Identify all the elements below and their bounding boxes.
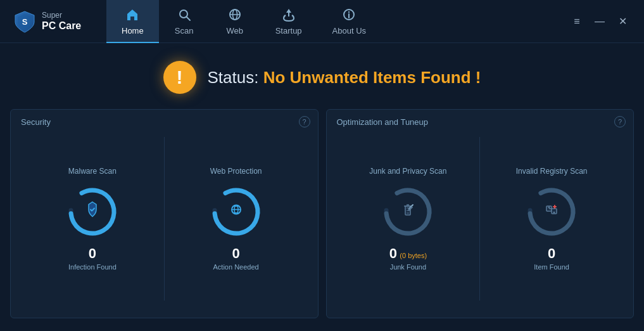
svg-point-1	[180, 10, 187, 18]
status-banner: ! Status: No Unwanted Items Found !	[0, 43, 644, 109]
registry-icon	[543, 201, 560, 223]
web-protection-icon	[227, 201, 245, 223]
web-label: Action Needed	[213, 263, 259, 271]
security-card: Security ? Malware Scan	[10, 109, 319, 318]
optimization-title: Optimization and Tuneup	[337, 117, 624, 127]
junk-bytes: (0 bytes)	[400, 252, 427, 259]
tab-home-label: Home	[122, 26, 144, 36]
scan-icon	[177, 8, 191, 23]
tab-scan-label: Scan	[175, 26, 194, 36]
logo-area: S Super PC Care	[5, 10, 106, 34]
registry-label: Item Found	[534, 263, 569, 271]
tab-scan[interactable]: Scan	[159, 0, 210, 43]
about-icon	[342, 8, 356, 23]
registry-scan-title: Invalid Registry Scan	[516, 167, 588, 176]
startup-icon	[282, 8, 296, 23]
minimize-button[interactable]: —	[593, 15, 606, 28]
tab-web[interactable]: Web	[210, 0, 260, 43]
window-controls: ≡ — ✕	[560, 15, 639, 28]
status-icon: !	[163, 61, 196, 94]
web-icon	[228, 8, 242, 23]
status-message: No Unwanted Items Found !	[263, 68, 481, 87]
junk-count-area: 0 (0 bytes)	[389, 247, 427, 261]
svg-point-31	[548, 207, 550, 209]
security-title: Security	[21, 117, 308, 127]
web-count: 0	[232, 247, 240, 261]
titlebar: S Super PC Care Home Scan	[0, 0, 644, 43]
optimization-scan-items: Junk and Privacy Scan	[337, 132, 624, 306]
junk-icon	[399, 201, 417, 223]
app-logo-icon: S	[13, 10, 37, 34]
web-protection-item: Web Protection	[165, 132, 308, 306]
malware-scan-title: Malware Scan	[68, 167, 117, 176]
close-button[interactable]: ✕	[616, 15, 629, 28]
tab-home[interactable]: Home	[106, 0, 159, 43]
security-help[interactable]: ?	[299, 116, 310, 127]
tab-startup-label: Startup	[275, 26, 302, 36]
logo-main: PC Care	[42, 20, 81, 32]
malware-icon	[84, 201, 101, 223]
svg-line-2	[187, 17, 190, 20]
tab-about-label: About Us	[332, 26, 366, 36]
home-icon	[125, 8, 139, 23]
junk-scan-title: Junk and Privacy Scan	[369, 167, 446, 176]
malware-label: Infection Found	[68, 263, 117, 271]
web-gauge	[208, 183, 265, 240]
malware-count: 0	[89, 247, 96, 261]
web-protection-title: Web Protection	[210, 167, 262, 176]
optimization-card: Optimization and Tuneup ? Junk and Priva…	[326, 109, 635, 318]
optimization-help[interactable]: ?	[614, 116, 626, 127]
registry-gauge	[523, 183, 580, 240]
status-text: Status: No Unwanted Items Found !	[208, 68, 481, 88]
junk-gauge	[379, 183, 436, 240]
security-scan-items: Malware Scan 0 Infection Found	[21, 132, 308, 306]
tab-about[interactable]: About Us	[317, 0, 381, 43]
registry-scan-item: Invalid Registry Scan	[480, 132, 623, 306]
tab-web-label: Web	[226, 26, 243, 36]
malware-gauge	[64, 183, 121, 240]
svg-point-8	[348, 11, 350, 12]
malware-scan-item: Malware Scan 0 Infection Found	[21, 132, 164, 306]
tab-startup[interactable]: Startup	[260, 0, 317, 43]
junk-scan-item: Junk and Privacy Scan	[337, 132, 480, 306]
cards-area: Security ? Malware Scan	[0, 109, 644, 328]
nav-tabs: Home Scan Web	[106, 0, 560, 43]
registry-count: 0	[548, 247, 555, 261]
logo-super: Super	[42, 11, 81, 20]
svg-text:S: S	[22, 17, 28, 27]
logo-text: Super PC Care	[42, 11, 81, 32]
svg-point-32	[553, 212, 555, 214]
junk-label: Junk Found	[390, 263, 426, 271]
menu-button[interactable]: ≡	[571, 15, 583, 28]
